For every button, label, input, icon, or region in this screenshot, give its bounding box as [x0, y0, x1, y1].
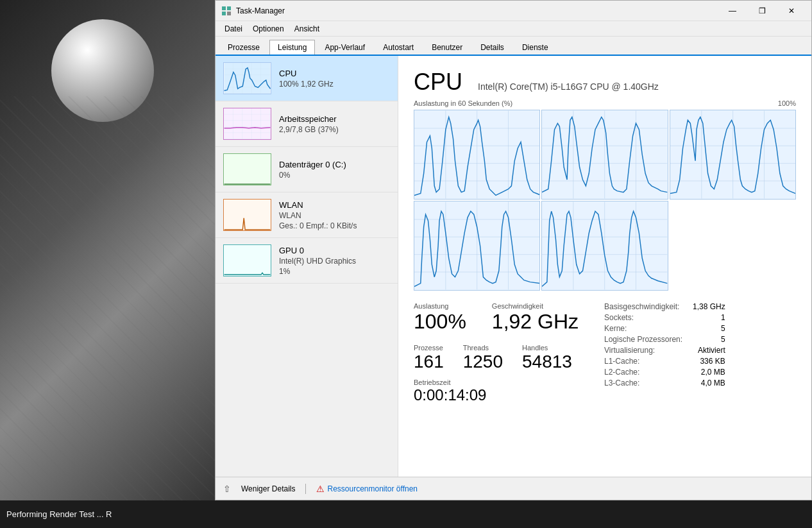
sidebar-item-cpu[interactable]: CPU 100% 1,92 GHz [216, 56, 398, 101]
disk-item-info: Datenträger 0 (C:) 0% [279, 160, 390, 180]
cpu-core1-chart [541, 110, 668, 200]
cpu-detail-panel: CPU Intel(R) Core(TM) i5-L16G7 CPU @ 1.4… [398, 56, 811, 477]
gpu-item-info: GPU 0 Intel(R) UHD Graphics 1% [279, 246, 390, 276]
cpu-item-info: CPU 100% 1,92 GHz [279, 69, 390, 89]
close-button[interactable]: ✕ [777, 1, 806, 21]
disk-item-value: 0% [279, 171, 390, 180]
tab-leistung[interactable]: Leistung [269, 40, 315, 55]
cpu-item-name: CPU [279, 69, 390, 78]
logische-label: Logische Prozessoren: [604, 335, 682, 344]
minimize-button[interactable]: — [718, 1, 747, 21]
ram-mini-chart [223, 108, 271, 140]
svg-rect-0 [222, 6, 226, 10]
betriebszeit-label: Betriebszeit [414, 379, 579, 386]
disk-mini-chart [223, 153, 271, 185]
kerne-label: Kerne: [604, 324, 682, 333]
tab-autostart[interactable]: Autostart [375, 40, 422, 55]
betriebszeit-value: 0:00:14:09 [414, 386, 579, 404]
prozesse-block: Prozesse 161 [414, 344, 444, 372]
resource-monitor-icon: ⚠ [316, 484, 325, 494]
menu-datei[interactable]: Datei [219, 23, 248, 35]
tab-benutzer[interactable]: Benutzer [423, 40, 471, 55]
sockets-value: 1 [693, 313, 725, 322]
ram-item-info: Arbeitsspeicher 2,9/7,8 GB (37%) [279, 114, 390, 134]
auslastung-value: 100% [414, 310, 466, 334]
svg-rect-10 [224, 245, 271, 276]
gpu-item-value: 1% [279, 267, 390, 276]
taskbar-text: Performing Render Test ... R [6, 509, 112, 519]
svg-rect-8 [224, 154, 271, 185]
cpu-model: Intel(R) Core(TM) i5-L16G7 CPU @ 1.40GHz [478, 81, 659, 92]
window-controls: — ❒ ✕ [718, 1, 806, 21]
tab-dienste[interactable]: Dienste [514, 40, 557, 55]
wlan-item-value: Ges.: 0 Empf.: 0 KBit/s [279, 221, 390, 230]
gpu-item-name: GPU 0 [279, 246, 390, 255]
basisgeschwindigkeit-label: Basisgeschwindigkeit: [604, 302, 682, 311]
l1-value: 336 KB [693, 357, 725, 366]
task-manager-icon [221, 5, 232, 17]
ram-item-value: 2,9/7,8 GB (37%) [279, 125, 390, 134]
cpu-info-grid: Basisgeschwindigkeit: 1,38 GHz Sockets: … [604, 302, 725, 387]
cpu-core4-chart [541, 201, 668, 291]
svg-rect-9 [224, 200, 271, 230]
threads-block: Threads 1250 [463, 344, 503, 372]
l2-label: L2-Cache: [604, 368, 682, 377]
cpu-header: CPU Intel(R) Core(TM) i5-L16G7 CPU @ 1.4… [414, 69, 796, 96]
tab-app-verlauf[interactable]: App-Verlauf [316, 40, 373, 55]
menu-optionen[interactable]: Optionen [248, 23, 289, 35]
disk-item-name: Datenträger 0 (C:) [279, 160, 390, 169]
cpu-core2-chart [670, 110, 796, 200]
svg-rect-7 [224, 108, 271, 139]
bottom-bar-separator [305, 484, 306, 494]
auslastung-block: Auslastung 100% [414, 302, 466, 334]
tab-prozesse[interactable]: Prozesse [219, 40, 268, 55]
stats-left: Auslastung 100% Geschwindigkeit 1,92 GHz… [414, 302, 579, 404]
sockets-label: Sockets: [604, 313, 682, 322]
restore-button[interactable]: ❒ [747, 1, 777, 21]
chart-max-label: 100% [778, 99, 796, 107]
cpu-item-value: 100% 1,92 GHz [279, 80, 390, 89]
wlan-item-name: WLAN [279, 200, 390, 210]
threads-label: Threads [463, 344, 503, 352]
sidebar-item-disk[interactable]: Datenträger 0 (C:) 0% [216, 147, 398, 192]
l1-label: L1-Cache: [604, 357, 682, 366]
handles-label: Handles [522, 344, 572, 352]
chart-label: Auslastung in 60 Sekunden (%) 100% [414, 99, 796, 107]
auslastung-label: Auslastung [414, 302, 466, 310]
handles-value: 54813 [522, 352, 572, 372]
wlan-mini-chart [223, 199, 271, 231]
sidebar-item-gpu[interactable]: GPU 0 Intel(R) UHD Graphics 1% [216, 238, 398, 284]
bottom-bar: ⇧ Weniger Details ⚠ Ressourcenmonitor öf… [216, 477, 811, 500]
virtualisierung-value: Aktiviert [693, 346, 725, 355]
wlan-item-info: WLAN WLAN Ges.: 0 Empf.: 0 KBit/s [279, 200, 390, 230]
kerne-value: 5 [693, 324, 725, 333]
resource-monitor-container: ⚠ Ressourcenmonitor öffnen [316, 484, 418, 494]
cpu-charts-grid [414, 110, 796, 291]
sidebar-item-ram[interactable]: Arbeitsspeicher 2,9/7,8 GB (37%) [216, 101, 398, 147]
top-stats-row: Auslastung 100% Geschwindigkeit 1,92 GHz [414, 302, 579, 334]
tab-details[interactable]: Details [472, 40, 512, 55]
geschwindigkeit-value: 1,92 GHz [492, 310, 579, 334]
less-details-link[interactable]: Weniger Details [241, 484, 295, 493]
handles-block: Handles 54813 [522, 344, 572, 372]
title-bar: Task-Manager — ❒ ✕ [216, 1, 811, 21]
virtualisierung-label: Virtualisierung: [604, 346, 682, 355]
chart-label-text: Auslastung in 60 Sekunden (%) [414, 99, 512, 107]
gpu-mini-chart [223, 244, 271, 277]
taskbar: Performing Render Test ... R [0, 500, 812, 528]
svg-rect-1 [227, 6, 231, 10]
menu-ansicht[interactable]: Ansicht [289, 23, 325, 35]
threads-value: 1250 [463, 352, 503, 372]
cpu-core3-chart [414, 201, 540, 291]
gpu-item-subname: Intel(R) UHD Graphics [279, 257, 390, 266]
cpu-panel-title: CPU [414, 69, 462, 96]
l3-value: 4,0 MB [693, 379, 725, 387]
sidebar-item-wlan[interactable]: WLAN WLAN Ges.: 0 Empf.: 0 KBit/s [216, 192, 398, 238]
geschwindigkeit-block: Geschwindigkeit 1,92 GHz [492, 302, 579, 334]
window-title: Task-Manager [236, 6, 718, 15]
sidebar: CPU 100% 1,92 GHz Arbeitsspeicher 2,9/7,… [216, 56, 398, 477]
chevron-up-icon[interactable]: ⇧ [223, 484, 231, 494]
resource-monitor-link[interactable]: Ressourcenmonitor öffnen [327, 484, 418, 493]
l2-value: 2,0 MB [693, 368, 725, 377]
menu-bar: Datei Optionen Ansicht [216, 21, 811, 37]
